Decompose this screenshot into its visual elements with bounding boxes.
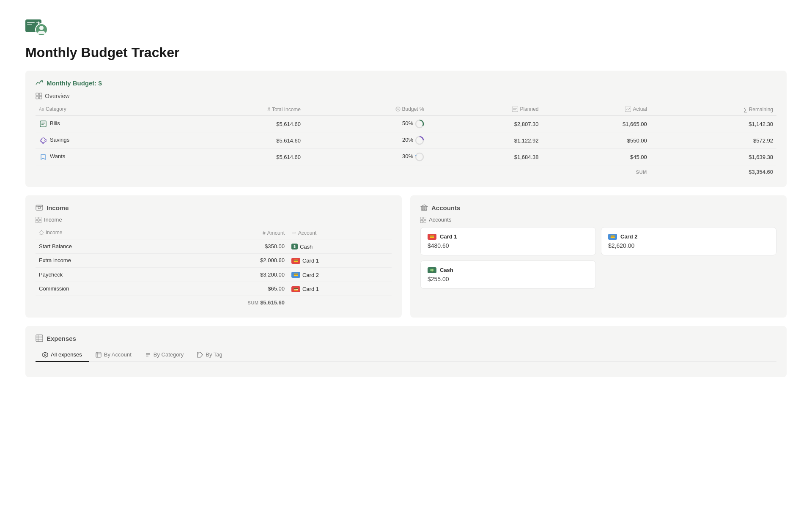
expenses-tab-bar: All expensesBy AccountBy CategoryBy Tag — [36, 348, 776, 362]
expenses-section: Expenses All expensesBy AccountBy Catego… — [25, 326, 787, 377]
svg-point-55 — [198, 354, 199, 354]
expenses-tab[interactable]: All expenses — [36, 348, 89, 362]
income-amount: $2,000.60 — [156, 253, 288, 268]
account-card-title: 💳 Card 1 — [428, 233, 589, 240]
card1-badge: 💳 — [291, 258, 300, 264]
svg-rect-39 — [420, 217, 423, 219]
income-account: $ Cash — [288, 239, 392, 254]
income-accounts-row: Income Income Income — [25, 195, 787, 318]
chart-icon — [36, 79, 43, 87]
budget-remaining: $1,142.30 — [650, 116, 776, 132]
col-remaining: ∑ Remaining — [650, 104, 776, 116]
svg-rect-2 — [27, 24, 32, 25]
budget-planned: $2,807.30 — [428, 116, 542, 132]
account-card: 💳 Card 2 $2,620.00 — [601, 227, 776, 255]
accounts-grid: 💳 Card 1 $480.60 💳 Card 2 $2,620.00 💵 Ca… — [420, 227, 776, 289]
account-amount: $2,620.00 — [608, 242, 769, 249]
svg-rect-41 — [420, 220, 423, 223]
budget-total-income: $5,614.60 — [165, 116, 304, 132]
income-icon — [36, 204, 43, 211]
budget-total-income: $5,614.60 — [165, 132, 304, 149]
grid-icon — [36, 93, 42, 99]
svg-rect-12 — [512, 107, 518, 112]
accounts-panel: Accounts Accounts 💳 Card 1 $480.60 💳 Car… — [410, 195, 787, 318]
tab-label: By Category — [154, 351, 184, 358]
budget-planned: $1,684.38 — [428, 149, 542, 165]
col-budget-pct: % Budget % — [304, 104, 428, 116]
account-name: Card 2 — [620, 233, 637, 240]
income-amount: $350.00 — [156, 239, 288, 254]
table-icon — [36, 217, 41, 223]
overview-label: Overview — [36, 93, 776, 99]
account-name: Cash — [440, 267, 453, 273]
card1-badge: 💳 — [428, 234, 436, 240]
income-row: Commission $65.00 💳 Card 1 — [36, 282, 392, 296]
svg-rect-42 — [424, 220, 426, 223]
svg-rect-32 — [39, 220, 41, 223]
budget-pct: 30% — [304, 149, 428, 165]
account-card: 💵 Cash $255.00 — [420, 260, 596, 289]
budget-actual: $550.00 — [542, 132, 650, 149]
page-title: Monthly Budget Tracker — [25, 45, 787, 60]
income-sum: SUM $5,615.60 — [156, 296, 288, 310]
budget-table: Aa Category # Total Income % Budget % — [36, 104, 776, 178]
tab-label: By Tag — [206, 351, 222, 358]
budget-row: Wants $5,614.60 30% $1,684.38 $45.00 $1,… — [36, 149, 776, 165]
account-card-title: 💳 Card 2 — [608, 233, 769, 240]
income-table: Income # Amount Account — [36, 227, 392, 309]
tab-label: All expenses — [51, 351, 82, 358]
income-amount: $65.00 — [156, 282, 288, 296]
svg-rect-40 — [424, 217, 426, 219]
svg-rect-37 — [424, 207, 425, 210]
svg-rect-30 — [39, 217, 41, 219]
income-account: 💳 Card 2 — [288, 268, 392, 282]
budget-row: Savings $5,614.60 20% $1,122.92 $550.00 … — [36, 132, 776, 149]
accounts-grid-icon — [420, 217, 426, 223]
income-col-income: Income — [36, 227, 156, 239]
expenses-tab[interactable]: By Category — [138, 348, 191, 362]
income-amount: $3,200.00 — [156, 268, 288, 282]
budget-actual: $45.00 — [542, 149, 650, 165]
income-name: Start Balance — [36, 239, 156, 254]
income-row: Paycheck $3,200.00 💳 Card 2 — [36, 268, 392, 282]
svg-rect-26 — [36, 205, 43, 210]
svg-rect-6 — [39, 93, 42, 96]
income-account: 💳 Card 1 — [288, 282, 392, 296]
income-sum-row: SUM $5,615.60 — [36, 296, 392, 310]
col-category: Aa Category — [36, 104, 165, 116]
svg-rect-29 — [36, 217, 38, 219]
all-expenses-icon — [42, 352, 48, 358]
bank-icon — [420, 204, 428, 211]
expenses-tab[interactable]: By Account — [89, 348, 138, 362]
svg-rect-43 — [36, 335, 43, 342]
card2-badge: 💳 — [608, 234, 617, 240]
income-col-amount: # Amount — [156, 227, 288, 239]
svg-marker-34 — [421, 205, 428, 207]
svg-rect-8 — [39, 96, 42, 99]
col-planned: Planned — [428, 104, 542, 116]
budget-actual: $1,665.00 — [542, 116, 650, 132]
by-tag-icon — [197, 352, 203, 358]
svg-rect-36 — [422, 207, 422, 210]
svg-point-21 — [44, 140, 45, 141]
account-amount: $255.00 — [428, 276, 589, 282]
budget-sum-label: SUM — [542, 165, 650, 179]
by-category-icon — [145, 352, 151, 358]
svg-rect-16 — [40, 121, 46, 127]
svg-point-27 — [38, 206, 41, 209]
svg-rect-31 — [36, 220, 38, 223]
budget-cat-name: Savings — [36, 132, 165, 149]
expenses-tab[interactable]: By Tag — [190, 348, 229, 362]
budget-row: Bills $5,614.60 50% $2,807.30 $1,665.00 … — [36, 116, 776, 132]
account-name: Card 1 — [440, 233, 457, 240]
income-row: Extra income $2,000.60 💳 Card 1 — [36, 253, 392, 268]
svg-marker-33 — [39, 230, 44, 235]
tab-label: By Account — [104, 351, 132, 358]
account-amount: $480.60 — [428, 242, 589, 249]
by-account-icon — [96, 352, 102, 358]
monthly-budget-section: Monthly Budget: $ Overview Aa Category — [25, 71, 787, 187]
svg-rect-5 — [36, 93, 38, 96]
accounts-table-label: Accounts — [420, 217, 776, 223]
expenses-title: Expenses — [36, 334, 776, 342]
income-table-label: Income — [36, 217, 392, 223]
